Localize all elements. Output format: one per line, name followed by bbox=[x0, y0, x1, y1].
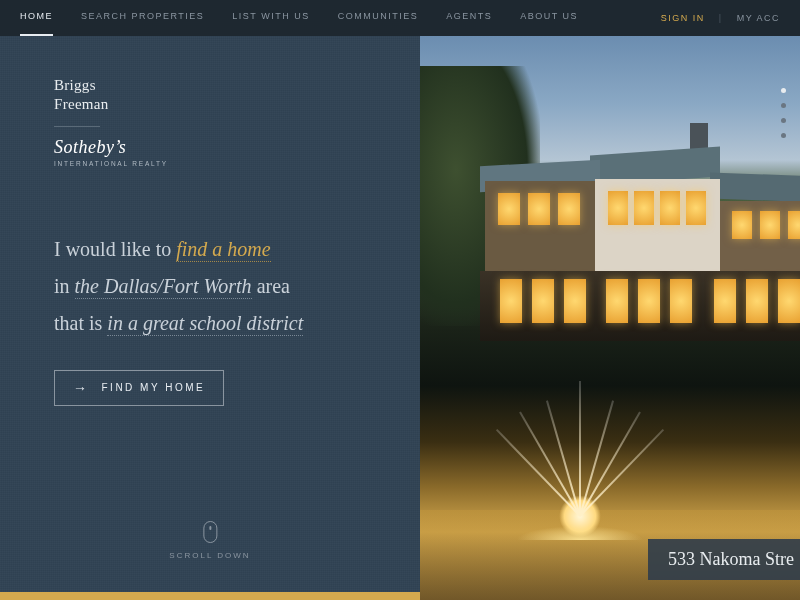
hero-image: 533 Nakoma Stre bbox=[420, 36, 800, 600]
brand-subtext: INTERNATIONAL REALTY bbox=[54, 160, 366, 167]
sentence-text: area bbox=[252, 275, 290, 297]
main-content: Briggs Freeman Sotheby’s INTERNATIONAL R… bbox=[0, 36, 800, 600]
hero-caption[interactable]: 533 Nakoma Stre bbox=[648, 539, 800, 580]
hero-fountain bbox=[480, 370, 680, 540]
my-account-link[interactable]: MY ACC bbox=[737, 13, 780, 23]
arrow-right-icon: → bbox=[73, 381, 90, 395]
find-button-label: FIND MY HOME bbox=[102, 382, 206, 393]
nav-agents[interactable]: AGENTS bbox=[446, 11, 492, 25]
nav-right: SIGN IN | MY ACC bbox=[661, 13, 780, 23]
slot-criteria[interactable]: in a great school district bbox=[107, 312, 303, 336]
brand-line1: Briggs bbox=[54, 76, 366, 95]
top-nav: HOME SEARCH PROPERTIES LIST WITH US COMM… bbox=[0, 0, 800, 36]
nav-home[interactable]: HOME bbox=[20, 11, 53, 25]
mouse-icon bbox=[203, 521, 217, 543]
brand-logo[interactable]: Briggs Freeman Sotheby’s INTERNATIONAL R… bbox=[54, 76, 366, 167]
nav-communities[interactable]: COMMUNITIES bbox=[338, 11, 419, 25]
sign-in-link[interactable]: SIGN IN bbox=[661, 13, 705, 23]
nav-left: HOME SEARCH PROPERTIES LIST WITH US COMM… bbox=[20, 11, 578, 25]
search-sentence: I would like to find a home in the Dalla… bbox=[54, 231, 366, 342]
scroll-hint[interactable]: SCROLL DOWN bbox=[169, 521, 250, 560]
slot-action[interactable]: find a home bbox=[176, 238, 270, 262]
sentence-text: that is bbox=[54, 312, 107, 334]
nav-divider: | bbox=[719, 13, 723, 23]
pagination-dot[interactable] bbox=[781, 88, 786, 93]
sentence-text: in bbox=[54, 275, 75, 297]
gold-accent-bar bbox=[0, 592, 420, 600]
brand-line2: Freeman bbox=[54, 95, 366, 114]
brand-sothebys: Sotheby’s bbox=[54, 137, 366, 158]
sentence-text: I would like to bbox=[54, 238, 176, 260]
nav-search-properties[interactable]: SEARCH PROPERTIES bbox=[81, 11, 204, 25]
slot-location[interactable]: the Dallas/Fort Worth bbox=[75, 275, 252, 299]
nav-list-with-us[interactable]: LIST WITH US bbox=[232, 11, 309, 25]
hero-house bbox=[450, 151, 800, 366]
brand-divider bbox=[54, 126, 100, 127]
pagination-dot[interactable] bbox=[781, 103, 786, 108]
pagination-dot[interactable] bbox=[781, 133, 786, 138]
pagination-dot[interactable] bbox=[781, 118, 786, 123]
hero-pagination bbox=[781, 88, 786, 138]
left-panel: Briggs Freeman Sotheby’s INTERNATIONAL R… bbox=[0, 36, 420, 600]
scroll-label: SCROLL DOWN bbox=[169, 551, 250, 560]
nav-about-us[interactable]: ABOUT US bbox=[520, 11, 578, 25]
find-my-home-button[interactable]: → FIND MY HOME bbox=[54, 370, 224, 406]
